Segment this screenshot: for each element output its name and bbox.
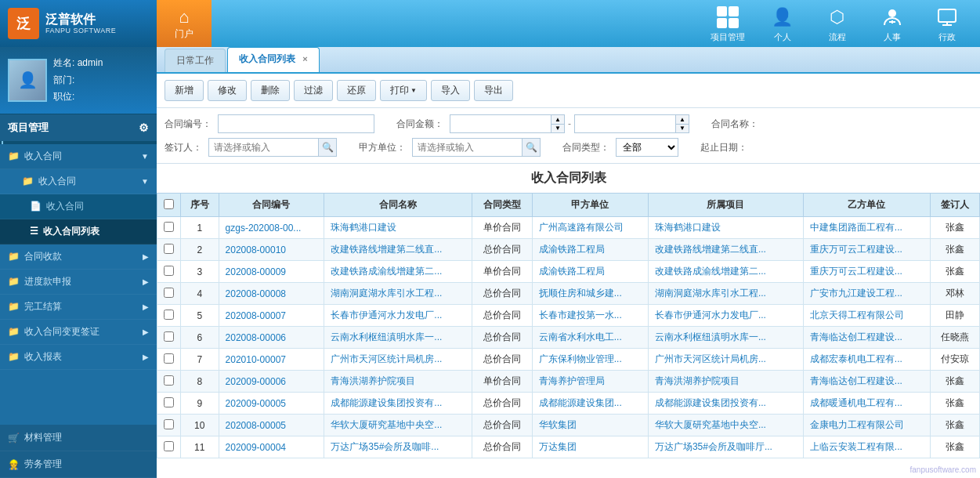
row-contract-no[interactable]: 202008-00010: [219, 239, 324, 261]
row-contract-name[interactable]: 万达广场35#会所及咖啡...: [324, 436, 472, 458]
top-icon-admin[interactable]: 行政: [921, 2, 972, 45]
row-party-a[interactable]: 青海养护管理局: [532, 371, 648, 393]
row-project[interactable]: 改建铁路成渝线增建第二...: [648, 261, 803, 283]
row-party-b[interactable]: 北京天得工程有限公司: [803, 305, 930, 327]
sidebar-item-completion[interactable]: 📁 完工结算 ▶: [0, 295, 157, 320]
party-a-input[interactable]: [412, 138, 522, 157]
header-signer[interactable]: 签订人: [931, 194, 980, 217]
row-checkbox-cell[interactable]: [157, 283, 181, 305]
amount-to-input[interactable]: [574, 114, 676, 133]
row-checkbox-cell[interactable]: [157, 217, 181, 239]
row-party-b[interactable]: 重庆万可云工程建设...: [803, 261, 930, 283]
sidebar-item-progress-apply[interactable]: 📁 进度款申报 ▶: [0, 270, 157, 295]
row-checkbox-cell[interactable]: [157, 415, 181, 436]
sidebar-item-income-report[interactable]: 📁 收入报表 ▶: [0, 345, 157, 370]
sidebar-item-contract-change[interactable]: 📁 收入合同变更签证 ▶: [0, 320, 157, 345]
row-contract-no[interactable]: 202008-00005: [219, 415, 324, 436]
row-project[interactable]: 长春市伊通河水力发电厂...: [648, 305, 803, 327]
top-icon-flow[interactable]: ⬡ 流程: [812, 2, 862, 45]
amount-from-down[interactable]: ▼: [551, 125, 564, 133]
new-button[interactable]: 新增: [165, 80, 204, 101]
row-checkbox-cell[interactable]: [157, 371, 181, 393]
row-checkbox[interactable]: [164, 375, 174, 386]
header-checkbox[interactable]: [157, 194, 181, 217]
row-party-a[interactable]: 广州高速路有限公司: [532, 217, 648, 239]
export-button[interactable]: 导出: [474, 80, 513, 101]
row-party-a[interactable]: 长春市建投第一水...: [532, 305, 648, 327]
header-contract-name[interactable]: 合同名称: [324, 194, 472, 217]
contract-type-select[interactable]: 全部 单价合同 总价合同: [616, 138, 678, 157]
sidebar-item-labor[interactable]: 👷 劳务管理: [0, 451, 157, 478]
select-all-checkbox[interactable]: [164, 199, 174, 209]
row-project[interactable]: 珠海鹤港口建设: [648, 217, 803, 239]
row-checkbox-cell[interactable]: [157, 261, 181, 283]
header-contract-no[interactable]: 合同编号: [219, 194, 324, 217]
tab-daily-work[interactable]: 日常工作: [165, 49, 226, 72]
row-contract-no[interactable]: gzgs-202008-00...: [219, 217, 324, 239]
edit-button[interactable]: 修改: [208, 80, 247, 101]
row-contract-no[interactable]: 202009-00004: [219, 436, 324, 458]
row-project[interactable]: 万达广场35#会所及咖啡厅...: [648, 436, 803, 458]
row-contract-name[interactable]: 珠海鹤港口建设: [324, 217, 472, 239]
row-checkbox[interactable]: [164, 266, 174, 276]
row-contract-no[interactable]: 202010-00007: [219, 349, 324, 371]
header-project[interactable]: 所属项目: [648, 194, 803, 217]
row-contract-no[interactable]: 202008-00008: [219, 283, 324, 305]
row-project[interactable]: 青海洪湖养护院项目: [648, 371, 803, 393]
tab-income-contract-list[interactable]: 收入合同列表 ×: [227, 47, 320, 72]
row-checkbox[interactable]: [164, 397, 174, 407]
row-party-b[interactable]: 广安市九江建设工程...: [803, 283, 930, 305]
row-contract-name[interactable]: 云南水利枢纽滇明水库一...: [324, 327, 472, 349]
restore-button[interactable]: 还原: [337, 80, 376, 101]
signer-search-btn[interactable]: 🔍: [318, 138, 337, 157]
row-checkbox[interactable]: [164, 288, 174, 298]
sidebar-item-contract-collection[interactable]: 📁 合同收款 ▶: [0, 244, 157, 270]
header-type[interactable]: 合同类型: [472, 194, 532, 217]
row-party-a[interactable]: 华软集团: [532, 415, 648, 436]
row-contract-name[interactable]: 长春市伊通河水力发电厂...: [324, 305, 472, 327]
row-contract-no[interactable]: 202009-00006: [219, 371, 324, 393]
row-checkbox[interactable]: [164, 331, 174, 342]
row-checkbox-cell[interactable]: [157, 393, 181, 415]
row-checkbox[interactable]: [164, 353, 174, 364]
row-checkbox[interactable]: [164, 244, 174, 254]
top-icon-project[interactable]: 项目管理: [702, 2, 753, 45]
row-checkbox-cell[interactable]: [157, 239, 181, 261]
row-contract-name[interactable]: 改建铁路线增建第二线直...: [324, 239, 472, 261]
top-icon-personal[interactable]: 👤 个人: [757, 2, 808, 45]
sidebar-item-income-contract-list[interactable]: ☰ 收入合同列表: [0, 219, 157, 244]
row-checkbox[interactable]: [164, 310, 174, 320]
amount-to-down[interactable]: ▼: [676, 125, 689, 133]
amount-to-up[interactable]: ▲: [676, 115, 689, 125]
row-contract-name[interactable]: 青海洪湖养护院项目: [324, 371, 472, 393]
row-party-b[interactable]: 中建集团路面工程有...: [803, 217, 930, 239]
delete-button[interactable]: 删除: [251, 80, 290, 101]
row-party-a[interactable]: 万达集团: [532, 436, 648, 458]
amount-from-up[interactable]: ▲: [551, 115, 564, 125]
row-project[interactable]: 华软大厦研究基地中央空...: [648, 415, 803, 436]
row-party-a[interactable]: 成都能源建设集团...: [532, 393, 648, 415]
row-checkbox-cell[interactable]: [157, 436, 181, 458]
print-button[interactable]: 打印 ▼: [380, 80, 427, 101]
row-contract-no[interactable]: 202008-00007: [219, 305, 324, 327]
row-project[interactable]: 广州市天河区统计局机房...: [648, 349, 803, 371]
row-checkbox-cell[interactable]: [157, 349, 181, 371]
row-contract-name[interactable]: 改建铁路成渝线增建第二...: [324, 261, 472, 283]
home-nav[interactable]: ⌂ 门户: [157, 0, 212, 47]
sidebar-item-materials[interactable]: 🛒 材料管理: [0, 425, 157, 451]
sidebar-item-income-contract[interactable]: 📁 收入合同 ▼: [0, 144, 157, 169]
settings-icon[interactable]: ⚙: [139, 121, 149, 134]
row-contract-name[interactable]: 华软大厦研究基地中央空...: [324, 415, 472, 436]
row-checkbox[interactable]: [164, 419, 174, 429]
row-contract-name[interactable]: 成都能源建设集团投资有...: [324, 393, 472, 415]
row-party-b[interactable]: 上临云安装工程有限...: [803, 436, 930, 458]
top-icon-hr[interactable]: 人事: [866, 2, 917, 45]
row-project[interactable]: 成都能源建设集团投资有...: [648, 393, 803, 415]
row-contract-no[interactable]: 202009-00005: [219, 393, 324, 415]
tab-close-icon[interactable]: ×: [302, 54, 307, 63]
row-party-b[interactable]: 重庆万可云工程建设...: [803, 239, 930, 261]
row-checkbox[interactable]: [164, 441, 174, 451]
row-party-b[interactable]: 金康电力工程有限公司: [803, 415, 930, 436]
row-party-b[interactable]: 青海临达创工程建设...: [803, 327, 930, 349]
row-checkbox-cell[interactable]: [157, 327, 181, 349]
